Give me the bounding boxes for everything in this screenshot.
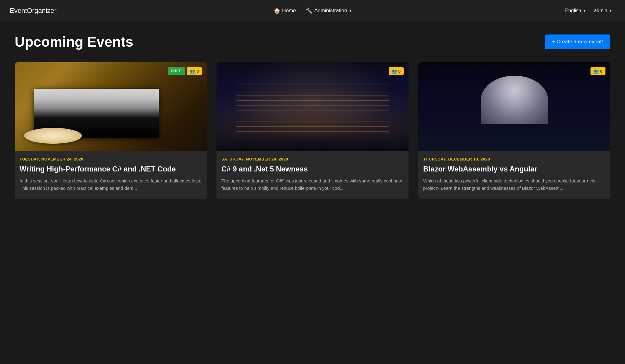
badge-container: FREE 👥 0: [168, 67, 202, 75]
event-title: C# 9 and .Net 5 Newness: [221, 164, 404, 174]
event-date: THURSDAY, DECEMBER 10, 2020: [423, 157, 605, 161]
event-info: THURSDAY, DECEMBER 10, 2020 Blazor WebAs…: [418, 151, 610, 199]
language-selector[interactable]: English ▾: [561, 5, 589, 16]
event-date: TUESDAY, NOVEMBER 24, 2020: [20, 157, 202, 161]
event-image-container: FREE 👥 0: [15, 62, 207, 151]
event-date: SATURDAY, NOVEMBER 28, 2020: [221, 157, 404, 161]
language-label: English: [565, 8, 581, 13]
navbar-center-links: 🏠 Home 🔧 Administration ▾: [270, 5, 355, 16]
free-badge: FREE: [168, 67, 185, 75]
administration-dropdown-arrow: ▾: [350, 9, 351, 13]
home-label: Home: [282, 8, 296, 14]
attendees-icon: 👥: [594, 69, 599, 74]
page-header: Upcoming Events + Create a new event!: [15, 34, 610, 50]
attendees-count: 0: [197, 69, 199, 74]
user-dropdown-arrow: ▾: [610, 9, 612, 13]
navbar: EventOrganizer 🏠 Home 🔧 Administration ▾…: [0, 0, 625, 21]
attendees-badge: 👥 0: [389, 67, 404, 75]
administration-label: Administration: [314, 8, 347, 14]
administration-nav-link[interactable]: 🔧 Administration ▾: [302, 5, 355, 16]
event-card[interactable]: FREE 👥 0 TUESDAY, NOVEMBER 24, 2020 Writ…: [15, 62, 207, 199]
language-dropdown-arrow: ▾: [583, 9, 585, 13]
navbar-right: English ▾ admin ▾: [561, 5, 615, 16]
event-description: In this session, you'll learn how to wri…: [20, 177, 202, 192]
brand-logo[interactable]: EventOrganizer: [10, 7, 56, 15]
event-description: Which of these two powerful client-side …: [423, 177, 605, 192]
event-image: [418, 62, 610, 151]
attendees-icon: 👥: [190, 69, 195, 74]
home-nav-link[interactable]: 🏠 Home: [270, 5, 300, 16]
event-description: The upcoming features for C#9 was just r…: [221, 177, 404, 192]
event-image: [216, 62, 409, 151]
attendees-count: 0: [398, 69, 401, 74]
user-label: admin: [594, 8, 607, 13]
user-menu[interactable]: admin ▾: [590, 5, 615, 16]
attendees-icon: 👥: [392, 69, 397, 74]
home-icon: 🏠: [274, 7, 280, 14]
create-event-button[interactable]: + Create a new event!: [545, 34, 610, 49]
attendees-badge: 👥 0: [590, 67, 605, 75]
event-image-container: 👥 0: [418, 62, 610, 151]
event-card[interactable]: 👥 0 THURSDAY, DECEMBER 10, 2020 Blazor W…: [418, 62, 610, 199]
attendees-badge: 👥 0: [187, 67, 202, 75]
event-image-container: 👥 0: [216, 62, 409, 151]
wrench-icon: 🔧: [306, 7, 312, 14]
event-title: Writing High-Performance C# and .NET Cod…: [20, 164, 202, 174]
attendees-count: 0: [600, 69, 602, 74]
event-info: TUESDAY, NOVEMBER 24, 2020 Writing High-…: [15, 151, 207, 199]
event-card[interactable]: 👥 0 SATURDAY, NOVEMBER 28, 2020 C# 9 and…: [216, 62, 409, 199]
event-info: SATURDAY, NOVEMBER 28, 2020 C# 9 and .Ne…: [216, 151, 409, 199]
badge-container: 👥 0: [389, 67, 404, 75]
event-image: [15, 62, 207, 151]
events-grid: FREE 👥 0 TUESDAY, NOVEMBER 24, 2020 Writ…: [15, 62, 610, 199]
event-title: Blazor WebAssembly vs Angular: [423, 164, 605, 174]
badge-container: 👥 0: [590, 67, 605, 75]
main-content: Upcoming Events + Create a new event! FR…: [0, 21, 625, 211]
page-title: Upcoming Events: [15, 34, 133, 50]
